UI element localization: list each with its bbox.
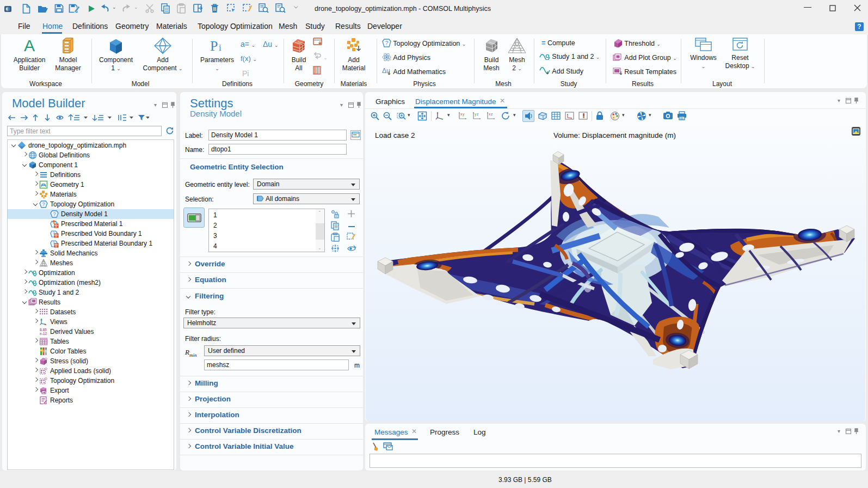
- svg-text:z: z: [477, 112, 478, 116]
- svg-text:+: +: [389, 57, 391, 62]
- svg-text:i: i: [219, 42, 221, 53]
- svg-text:P: P: [210, 38, 218, 54]
- svg-text:z: z: [491, 112, 493, 116]
- svg-text:?: ?: [385, 40, 389, 46]
- svg-text:y: y: [463, 112, 465, 117]
- svg-text:A: A: [24, 38, 35, 54]
